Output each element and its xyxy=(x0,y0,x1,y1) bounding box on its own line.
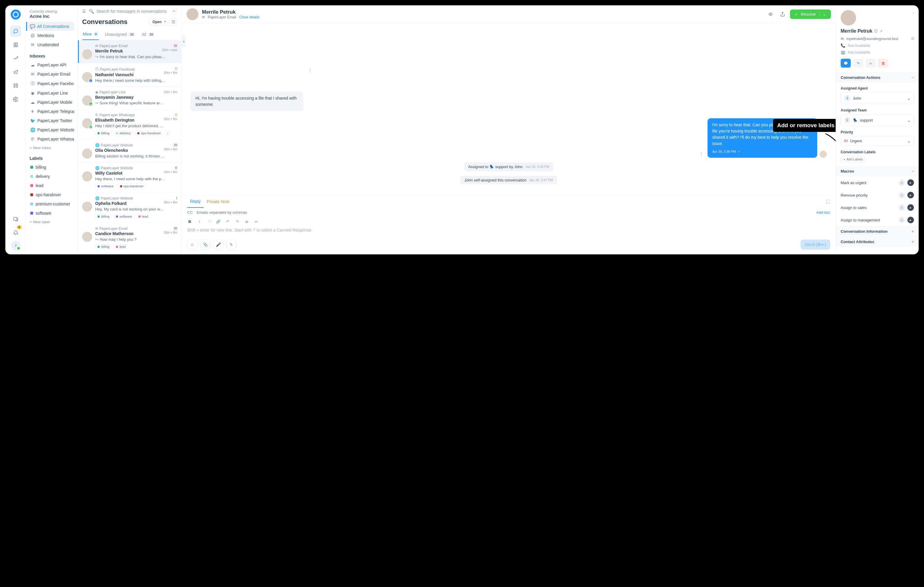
ol-icon[interactable]: ≔ xyxy=(254,219,259,224)
link-icon[interactable]: 🔗 xyxy=(216,219,221,224)
rail-docs[interactable] xyxy=(10,213,21,225)
message-more-icon[interactable]: ⋮ xyxy=(306,66,314,74)
conversation-item[interactable]: ◉ ◉PaperLayer Line Benyamin Janeway ↩Sur… xyxy=(78,87,182,109)
expand-icon[interactable]: + xyxy=(912,239,914,244)
collapse-icon[interactable]: − xyxy=(912,169,914,173)
nav-unattended[interactable]: ✉Unattended xyxy=(27,40,74,49)
inbox-item[interactable]: ⓕPaperLayer Facebo... xyxy=(27,79,74,88)
tab-mine[interactable]: Mine8 xyxy=(82,29,99,40)
nav-all-conversations[interactable]: 💬All Conversations xyxy=(26,22,74,31)
compose-textarea[interactable]: Shift + enter for new line. Start with '… xyxy=(182,226,836,237)
run-later-icon[interactable]: ◷ xyxy=(899,204,905,211)
delete-contact-button[interactable]: 🗑 xyxy=(878,59,888,68)
rail-conversations[interactable] xyxy=(10,25,21,37)
rail-settings[interactable] xyxy=(10,94,21,105)
conversation-item[interactable]: ✉PaperLayer Email Merrile Petruk ↩I'm so… xyxy=(78,40,182,63)
filter-button[interactable]: ≡ xyxy=(170,18,177,26)
run-macro-icon[interactable]: ▸ xyxy=(908,192,914,198)
add-labels-button[interactable]: +Add Labels xyxy=(841,156,865,162)
more-tags[interactable]: › xyxy=(165,130,171,136)
undo-icon[interactable]: ↶ xyxy=(225,219,230,224)
expand-icon[interactable]: + xyxy=(912,229,914,234)
conversation-item[interactable]: ✆ ✆PaperLayer Whatsapp Elisabeth Deringt… xyxy=(78,109,182,140)
rail-helpcenter[interactable] xyxy=(10,80,21,91)
collapse-icon[interactable]: − xyxy=(912,75,914,80)
add-bcc-link[interactable]: Add bcc xyxy=(816,210,830,214)
list-menu-icon[interactable]: ☰ xyxy=(82,9,86,14)
inbox-item[interactable]: ☁PaperLayer Mobile xyxy=(27,98,74,107)
mute-icon[interactable] xyxy=(767,10,775,18)
conversation-item[interactable]: 🌐PaperLayer Website Ophelia Folkard Hey,… xyxy=(78,193,182,223)
priority-select[interactable]: !!!Urgent xyxy=(841,136,914,146)
chevron-right-icon[interactable]: › xyxy=(913,11,914,15)
rail-notifications[interactable]: 6 xyxy=(10,227,21,238)
inbox-item[interactable]: 🌐PaperLayer Website xyxy=(27,125,74,134)
expand-sidebar-tab[interactable]: ▸ xyxy=(182,35,186,47)
copy-icon[interactable]: ⧉ xyxy=(911,36,914,41)
ul-icon[interactable]: ≣ xyxy=(244,219,249,224)
chevron-down-icon[interactable]: ⌄ xyxy=(819,12,826,16)
agent-select[interactable]: JJohn xyxy=(841,92,914,104)
message-more-icon[interactable]: ⋮ xyxy=(698,149,705,158)
audio-icon[interactable]: 🎤 xyxy=(213,239,223,250)
new-conversation-button[interactable]: 💬 xyxy=(841,59,851,68)
redo-icon[interactable]: ↷ xyxy=(234,219,240,224)
label-item[interactable]: premium-customer xyxy=(27,200,74,208)
tab-unassigned[interactable]: Unassigned10 xyxy=(104,29,135,40)
label-item[interactable]: delivery xyxy=(27,172,74,181)
edit-contact-button[interactable]: ✎ xyxy=(853,59,863,68)
rail-campaigns[interactable] xyxy=(10,66,21,77)
label-item[interactable]: ops-handover xyxy=(27,190,74,199)
inbox-item[interactable]: 🐦PaperLayer Twitter xyxy=(27,116,74,125)
inbox-item[interactable]: ✉PaperLayer Email xyxy=(27,70,74,79)
new-inbox-button[interactable]: + New inbox xyxy=(26,144,75,152)
macro-item[interactable]: Mark as urgent◷▸ xyxy=(836,176,919,189)
inbox-item[interactable]: ✈PaperLayer Telegram xyxy=(27,107,74,116)
macro-item[interactable]: Assign to sales◷▸ xyxy=(836,201,919,214)
conversation-item[interactable]: ✉PaperLayer Email Candice Matherson ↩How… xyxy=(78,223,182,253)
rail-contacts[interactable] xyxy=(10,39,21,50)
inbox-item[interactable]: ☁PaperLayer API xyxy=(27,61,74,69)
expand-compose-icon[interactable]: ⛶ xyxy=(826,199,830,204)
collapse-icon[interactable]: ⇤ xyxy=(172,8,177,14)
run-macro-icon[interactable]: ▸ xyxy=(908,204,914,211)
conversation-item[interactable]: 🌐PaperLayer Website Olia Olenchenko Bill… xyxy=(78,140,182,162)
close-details-link[interactable]: Close details xyxy=(239,15,259,19)
bold-icon[interactable]: B xyxy=(187,219,193,224)
ai-assist-icon[interactable]: ✎ xyxy=(226,239,236,250)
run-macro-icon[interactable]: ▸ xyxy=(908,180,914,186)
macro-item[interactable]: Remove priority◷▸ xyxy=(836,189,919,201)
info-icon[interactable]: ⓘ xyxy=(874,29,878,34)
macro-item[interactable]: Assign to management◷▸ xyxy=(836,214,919,226)
emoji-icon[interactable]: ☺ xyxy=(187,239,197,250)
code-icon[interactable]: 〈〉 xyxy=(206,219,211,224)
rail-user-avatar[interactable]: J xyxy=(11,241,20,250)
run-later-icon[interactable]: ◷ xyxy=(899,192,905,198)
label-item[interactable]: billing xyxy=(27,163,74,171)
search-input[interactable]: 🔍Search for messages in conversations xyxy=(89,9,169,14)
nav-mentions[interactable]: @Mentions xyxy=(27,31,74,40)
org-name[interactable]: Acme Inc xyxy=(30,14,72,19)
run-later-icon[interactable]: ◷ xyxy=(899,217,905,223)
conversation-item[interactable]: 🌐PaperLayer Website Willy Castelot Hey t… xyxy=(78,162,182,193)
inbox-item[interactable]: ✆PaperLayer Whatsa... xyxy=(27,135,74,143)
conversation-item[interactable]: ⓕ ⓕPaperLayer Facebook Nathaniel Vannuch… xyxy=(78,63,182,87)
attach-icon[interactable]: 📎 xyxy=(200,239,210,250)
new-label-button[interactable]: + New label xyxy=(26,218,75,226)
label-item[interactable]: lead xyxy=(27,181,74,190)
send-button[interactable]: Send (⌘↵) xyxy=(801,239,830,250)
external-link-icon[interactable]: ↗ xyxy=(879,29,883,33)
tab-all[interactable]: All20 xyxy=(141,29,155,40)
resolve-button[interactable]: ✓Resolve⌄ xyxy=(790,10,831,19)
cc-input[interactable] xyxy=(196,210,813,214)
inbox-item[interactable]: ◉PaperLayer Line xyxy=(27,89,74,97)
run-later-icon[interactable]: ◷ xyxy=(899,180,905,186)
merge-contact-button[interactable]: » xyxy=(866,59,876,68)
conversation-list[interactable]: ✉PaperLayer Email Merrile Petruk ↩I'm so… xyxy=(78,40,182,254)
run-macro-icon[interactable]: ▸ xyxy=(908,217,914,223)
label-item[interactable]: software xyxy=(27,209,74,218)
compose-tab-reply[interactable]: Reply xyxy=(187,195,204,208)
rail-reports[interactable] xyxy=(10,53,21,64)
italic-icon[interactable]: I xyxy=(196,219,202,224)
share-icon[interactable] xyxy=(779,10,786,18)
